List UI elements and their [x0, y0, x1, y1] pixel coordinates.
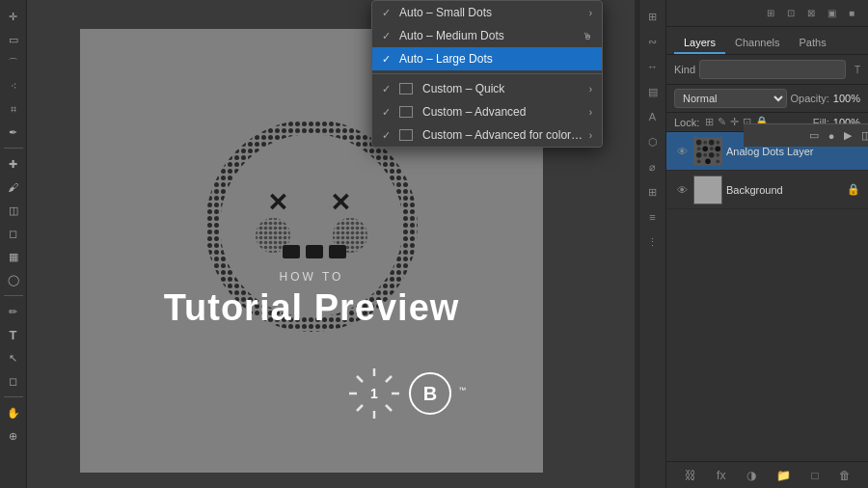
- text2-tool[interactable]: A: [642, 106, 664, 127]
- blend-mode-select[interactable]: Normal Multiply Screen: [674, 89, 787, 108]
- check-icon: ✓: [382, 106, 393, 119]
- svg-line-12: [386, 376, 392, 382]
- right-secondary-toolbar: ⊞ ∾ ↔ ▤ A ⬡ ⌀ ⊞ ≡ ⋮: [638, 0, 665, 488]
- grid-tool[interactable]: ⊞: [642, 181, 664, 203]
- link-layers-icon[interactable]: ⛓: [685, 469, 696, 482]
- brush3d-tool[interactable]: ∾: [642, 31, 664, 52]
- lock-brush-icon[interactable]: ✎: [718, 116, 726, 128]
- svg-point-34: [705, 158, 711, 164]
- svg-point-22: [703, 140, 707, 144]
- right-panel: ⊞ ⊡ ⊠ ▣ ■ Layers Channels Paths Kind T f…: [665, 0, 868, 488]
- path-select-tool[interactable]: ↖: [3, 347, 24, 368]
- svg-point-27: [710, 147, 714, 150]
- eyedropper-tool[interactable]: ✒: [3, 122, 24, 143]
- submenu-arrow-icon: ›: [589, 107, 592, 118]
- svg-line-18: [357, 376, 363, 382]
- add-mask-icon[interactable]: ◑: [746, 469, 756, 482]
- svg-point-21: [696, 139, 702, 145]
- grid2-tool[interactable]: ≡: [642, 206, 664, 228]
- strip-play-icon[interactable]: ▶: [844, 129, 852, 142]
- stamp-tool[interactable]: ◫: [3, 200, 24, 221]
- delete-layer-icon[interactable]: 🗑: [839, 469, 851, 482]
- menu-item-label: Custom – Quick: [422, 82, 583, 95]
- heal-tool[interactable]: ✚: [3, 153, 24, 175]
- menu-item-label: Custom – Advanced: [422, 105, 583, 119]
- panel-icon-4[interactable]: ▣: [823, 5, 840, 22]
- strip-folder-icon[interactable]: ◫: [861, 129, 868, 142]
- brand-badge: 1 B ™: [353, 372, 466, 415]
- dropdown-menu: ✓ Auto – Small Dots › ✓ Auto – Medium Do…: [371, 0, 603, 148]
- select3d-tool[interactable]: ⊞: [642, 6, 664, 27]
- layer-search-input[interactable]: [699, 60, 846, 79]
- svg-point-3: [220, 134, 403, 317]
- menu-box-icon: [399, 106, 413, 118]
- svg-point-25: [697, 147, 701, 150]
- tab-paths[interactable]: Paths: [790, 33, 836, 54]
- svg-point-26: [702, 146, 708, 151]
- gradient-tool[interactable]: ▦: [3, 246, 24, 267]
- svg-text:1: 1: [370, 386, 378, 401]
- check-icon: ✓: [382, 129, 393, 142]
- svg-line-14: [386, 405, 392, 411]
- shape2-tool[interactable]: ⬡: [642, 131, 664, 152]
- eraser-tool[interactable]: ◻: [3, 223, 24, 244]
- visibility-icon[interactable]: 👁: [674, 146, 690, 157]
- layer-lock-icon: 🔒: [847, 183, 860, 196]
- select-rect-tool[interactable]: ▭: [3, 29, 24, 50]
- svg-point-24: [716, 140, 719, 144]
- shape-tool[interactable]: ◻: [3, 370, 24, 392]
- lasso-tool[interactable]: ⌒: [3, 52, 24, 73]
- svg-text:✕: ✕: [267, 188, 288, 217]
- menu-box-icon: [399, 83, 413, 95]
- lock-checkerboard-icon[interactable]: ⊞: [705, 116, 714, 128]
- lock-move-icon[interactable]: ✛: [730, 116, 739, 128]
- move-tool[interactable]: ✛: [3, 6, 24, 27]
- panel-top-icons: ⊞ ⊡ ⊠ ▣ ■: [666, 0, 868, 27]
- layer-tool[interactable]: ▤: [642, 81, 664, 102]
- tab-layers[interactable]: Layers: [674, 33, 725, 54]
- strip-circle-icon[interactable]: ●: [828, 130, 835, 142]
- quick-select-tool[interactable]: ⁖: [3, 75, 24, 96]
- pen-tool[interactable]: ✏: [3, 301, 24, 322]
- dodge-tool[interactable]: ◯: [3, 269, 24, 290]
- panel-icon-1[interactable]: ⊞: [762, 5, 779, 22]
- grid3-tool[interactable]: ⋮: [642, 231, 664, 253]
- lock-label: Lock:: [674, 117, 699, 128]
- svg-point-32: [716, 152, 719, 156]
- add-style-icon[interactable]: fx: [717, 469, 725, 482]
- new-layer-icon[interactable]: □: [812, 469, 819, 482]
- arrow-tool[interactable]: ↔: [642, 56, 664, 77]
- menu-item-custom-advanced[interactable]: ✓ Custom – Advanced ›: [372, 100, 602, 123]
- svg-rect-7: [306, 245, 323, 258]
- menu-item-auto-small[interactable]: ✓ Auto – Small Dots ›: [372, 1, 602, 24]
- menu-item-auto-large[interactable]: ✓ Auto – Large Dots: [372, 47, 602, 70]
- submenu-arrow-icon: ›: [589, 84, 592, 95]
- layer-filter-icon[interactable]: T: [850, 62, 865, 77]
- panel-icon-2[interactable]: ⊡: [782, 5, 800, 22]
- opacity-value: 100%: [833, 93, 860, 104]
- strip-rect-icon[interactable]: ▭: [809, 129, 819, 142]
- menu-item-auto-medium[interactable]: ✓ Auto – Medium Dots 🖱: [372, 24, 602, 47]
- zoom-tool[interactable]: ⊕: [3, 425, 24, 447]
- menu-item-custom-advanced-color[interactable]: ✓ Custom – Advanced for color Ima... ›: [372, 123, 602, 147]
- panel-icon-5[interactable]: ■: [843, 5, 860, 22]
- menu-item-label: Custom – Advanced for color Ima...: [422, 128, 583, 142]
- hand-tool[interactable]: ✋: [3, 402, 24, 423]
- visibility-icon[interactable]: 👁: [674, 184, 690, 196]
- crop-tool[interactable]: ⌗: [3, 98, 24, 120]
- check-icon: ✓: [382, 30, 393, 42]
- check-icon: ✓: [382, 7, 393, 19]
- brush-tool[interactable]: 🖌: [3, 176, 24, 198]
- menu-item-custom-quick[interactable]: ✓ Custom – Quick ›: [372, 77, 602, 100]
- layer-background[interactable]: 👁 Background 🔒: [666, 171, 868, 209]
- svg-line-16: [357, 405, 363, 411]
- text-tool[interactable]: T: [3, 324, 24, 345]
- panel-icon-3[interactable]: ⊠: [802, 5, 820, 22]
- svg-text:✕: ✕: [330, 188, 351, 217]
- tab-channels[interactable]: Channels: [725, 33, 789, 54]
- svg-point-9: [256, 218, 290, 253]
- brand-b-badge: B: [409, 372, 451, 415]
- path2-tool[interactable]: ⌀: [642, 156, 664, 177]
- new-group-icon[interactable]: 📁: [776, 469, 791, 482]
- opacity-row: Opacity: 100%: [791, 93, 861, 104]
